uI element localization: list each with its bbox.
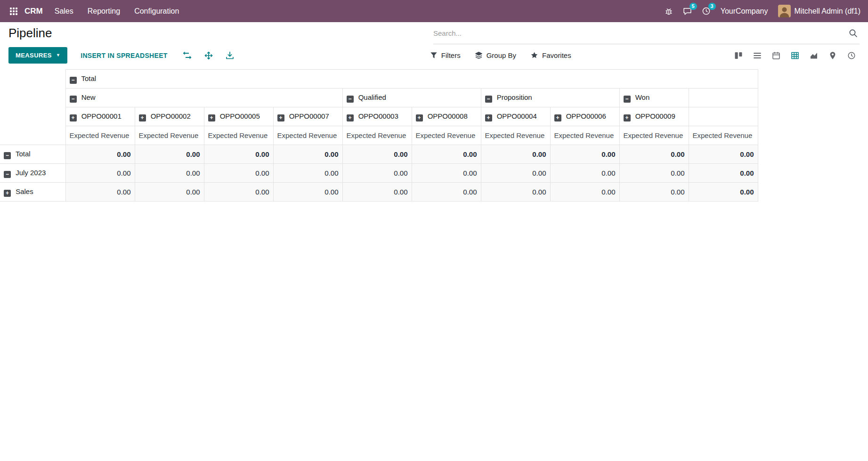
app-brand[interactable]: CRM: [24, 7, 43, 16]
pivot-col-header-oppo00007[interactable]: + OPPO00007: [273, 107, 342, 126]
pivot-col-header-oppo00009[interactable]: + OPPO00009: [619, 107, 689, 126]
pivot-value-cell[interactable]: 0.00: [481, 164, 550, 183]
measures-button[interactable]: MEASURES ▼: [8, 47, 67, 64]
pivot-col-header-oppo00001[interactable]: + OPPO00001: [65, 107, 135, 126]
pivot-measure-header[interactable]: Expected Revenue: [412, 126, 481, 145]
pivot-value-cell[interactable]: 0.00: [273, 183, 342, 202]
pivot-measure-header[interactable]: Expected Revenue: [135, 126, 204, 145]
pivot-value-cell[interactable]: 0.00: [65, 164, 135, 183]
pivot-value-cell[interactable]: 0.00: [135, 145, 204, 164]
filters-button[interactable]: Filters: [430, 51, 461, 59]
pivot-row-july-2023: − July 20230.000.000.000.000.000.000.000…: [0, 164, 758, 183]
pivot-value-cell[interactable]: 0.00: [619, 183, 689, 202]
pivot-row-sales: + Sales0.000.000.000.000.000.000.000.000…: [0, 183, 758, 202]
pivot-measure-header[interactable]: Expected Revenue: [619, 126, 689, 145]
pivot-value-cell[interactable]: 0.00: [135, 164, 204, 183]
pivot-value-cell[interactable]: 0.00: [689, 183, 758, 202]
pivot-corner-cell: [0, 70, 65, 145]
messages-icon[interactable]: 5: [683, 7, 692, 16]
view-activity-icon[interactable]: [844, 48, 860, 63]
pivot-col-header-oppo00008[interactable]: + OPPO00008: [412, 107, 481, 126]
pivot-measure-header[interactable]: Expected Revenue: [550, 126, 619, 145]
nav-configuration[interactable]: Configuration: [127, 1, 186, 22]
view-pivot-icon[interactable]: [787, 48, 803, 63]
bug-icon[interactable]: [665, 7, 673, 16]
pivot-value-cell[interactable]: 0.00: [342, 164, 412, 183]
pivot-value-cell[interactable]: 0.00: [273, 145, 342, 164]
pivot-value-cell[interactable]: 0.00: [342, 145, 412, 164]
pivot-value-cell[interactable]: 0.00: [689, 164, 758, 183]
favorites-label: Favorites: [542, 51, 571, 59]
pivot-measure-header[interactable]: Expected Revenue: [273, 126, 342, 145]
plus-square-icon: +: [70, 114, 77, 121]
pivot-row-header-sales[interactable]: + Sales: [0, 183, 65, 202]
pivot-measure-header[interactable]: Expected Revenue: [481, 126, 550, 145]
pivot-toolbar-icons: [183, 51, 234, 60]
pivot-col-header-oppo00006[interactable]: + OPPO00006: [550, 107, 619, 126]
view-switcher: [730, 48, 860, 63]
pivot-value-cell[interactable]: 0.00: [204, 183, 273, 202]
pivot-value-cell[interactable]: 0.00: [412, 183, 481, 202]
view-calendar-icon[interactable]: [768, 48, 784, 63]
pivot-row-total: − Total0.000.000.000.000.000.000.000.000…: [0, 145, 758, 164]
pivot-measure-header[interactable]: Expected Revenue: [204, 126, 273, 145]
view-list-icon[interactable]: [749, 48, 765, 63]
pivot-col-header-oppo00005[interactable]: + OPPO00005: [204, 107, 273, 126]
pivot-col-group-won[interactable]: − Won: [619, 89, 689, 107]
pivot-value-cell[interactable]: 0.00: [342, 183, 412, 202]
pivot-value-cell[interactable]: 0.00: [481, 183, 550, 202]
filter-funnel-icon: [430, 52, 438, 59]
pivot-col-header-empty: [689, 89, 758, 107]
plus-square-icon: +: [416, 114, 423, 121]
pivot-value-cell[interactable]: 0.00: [550, 183, 619, 202]
group-by-button[interactable]: Group By: [475, 51, 516, 59]
pivot-measure-header[interactable]: Expected Revenue: [65, 126, 135, 145]
view-map-icon[interactable]: [825, 48, 841, 63]
pivot-value-cell[interactable]: 0.00: [619, 145, 689, 164]
pivot-col-header-oppo00003[interactable]: + OPPO00003: [342, 107, 412, 126]
pivot-value-cell[interactable]: 0.00: [412, 145, 481, 164]
pivot-col-header-oppo00002[interactable]: + OPPO00002: [135, 107, 204, 126]
pivot-value-cell[interactable]: 0.00: [481, 145, 550, 164]
filters-label: Filters: [441, 51, 461, 59]
view-graph-icon[interactable]: [806, 48, 822, 63]
top-navbar: CRM Sales Reporting Configuration 5 3 Yo…: [0, 0, 868, 22]
download-icon[interactable]: [226, 51, 234, 60]
search-icon[interactable]: [847, 27, 860, 40]
expand-all-icon[interactable]: [204, 51, 213, 60]
activities-badge: 3: [708, 3, 716, 10]
pivot-col-group-new[interactable]: − New: [65, 89, 342, 107]
flip-axis-icon[interactable]: [183, 51, 192, 59]
pivot-measure-header[interactable]: Expected Revenue: [342, 126, 412, 145]
pivot-value-cell[interactable]: 0.00: [135, 183, 204, 202]
pivot-col-group-proposition[interactable]: − Proposition: [481, 89, 619, 107]
pivot-value-cell[interactable]: 0.00: [204, 164, 273, 183]
company-switcher[interactable]: YourCompany: [721, 7, 768, 16]
pivot-value-cell[interactable]: 0.00: [273, 164, 342, 183]
view-kanban-icon[interactable]: [730, 48, 746, 63]
insert-in-spreadsheet-button[interactable]: INSERT IN SPREADSHEET: [81, 52, 167, 59]
pivot-value-cell[interactable]: 0.00: [65, 145, 135, 164]
user-menu[interactable]: Mitchell Admin (df1): [778, 5, 861, 17]
pivot-value-cell[interactable]: 0.00: [550, 145, 619, 164]
pivot-col-header-total[interactable]: − Total: [65, 70, 758, 89]
pivot-measure-header[interactable]: Expected Revenue: [689, 126, 758, 145]
pivot-col-group-qualified[interactable]: − Qualified: [342, 89, 481, 107]
pivot-value-cell[interactable]: 0.00: [412, 164, 481, 183]
activities-icon[interactable]: 3: [702, 7, 711, 16]
pivot-value-cell[interactable]: 0.00: [619, 164, 689, 183]
pivot-value-cell[interactable]: 0.00: [550, 164, 619, 183]
pivot-value-cell[interactable]: 0.00: [65, 183, 135, 202]
pivot-value-cell[interactable]: 0.00: [689, 145, 758, 164]
nav-reporting[interactable]: Reporting: [81, 1, 127, 22]
layers-icon: [475, 51, 483, 59]
pivot-row-header-july-2023[interactable]: − July 2023: [0, 164, 65, 183]
favorites-button[interactable]: Favorites: [530, 51, 571, 59]
pivot-col-header-oppo00004[interactable]: + OPPO00004: [481, 107, 550, 126]
plus-square-icon: +: [624, 114, 631, 121]
apps-grid-icon[interactable]: [8, 5, 20, 17]
search-input[interactable]: [433, 29, 847, 37]
pivot-row-header-total[interactable]: − Total: [0, 145, 65, 164]
pivot-value-cell[interactable]: 0.00: [204, 145, 273, 164]
nav-sales[interactable]: Sales: [48, 1, 81, 22]
